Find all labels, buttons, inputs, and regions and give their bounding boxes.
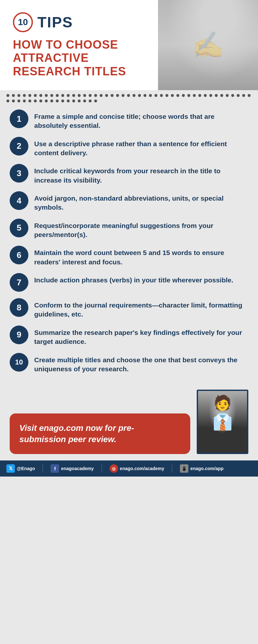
separator-dot bbox=[28, 99, 31, 102]
bottom-bar: 𝕏 @Enago f enagoacademy ◎ enago.com/acad… bbox=[0, 460, 258, 477]
twitter-item[interactable]: 𝕏 @Enago bbox=[6, 464, 35, 473]
separator-dot bbox=[67, 99, 70, 102]
separator-dot bbox=[39, 99, 42, 102]
tip-text-6: Maintain the word count between 5 and 15… bbox=[34, 246, 248, 267]
tip-number-9: 9 bbox=[10, 326, 28, 344]
tip-text-3: Include critical keywords from your rese… bbox=[34, 164, 248, 185]
separator-dot bbox=[105, 94, 108, 97]
header-left: 10 TIPS HOW TO CHOOSE ATTRACTIVE RESEARC… bbox=[0, 0, 158, 90]
tip-number-4: 4 bbox=[10, 191, 28, 210]
separator-dot bbox=[89, 99, 92, 102]
tip-number-6: 6 bbox=[10, 246, 28, 264]
tip-number-8: 8 bbox=[10, 298, 28, 317]
separator-dot bbox=[23, 99, 26, 102]
tip-item-7: 7Include action phrases (verbs) in your … bbox=[10, 273, 248, 292]
separator-dot bbox=[215, 94, 218, 97]
tip-number-5: 5 bbox=[10, 219, 28, 237]
tip-text-9: Summarize the research paper's key findi… bbox=[34, 326, 248, 346]
separator-dot bbox=[67, 94, 70, 97]
tip-item-4: 4Avoid jargon, non-standard abbreviation… bbox=[10, 191, 248, 212]
separator-dot bbox=[226, 94, 229, 97]
header-section: 10 TIPS HOW TO CHOOSE ATTRACTIVE RESEARC… bbox=[0, 0, 258, 90]
facebook-icon: f bbox=[51, 464, 59, 473]
tip-item-3: 3Include critical keywords from your res… bbox=[10, 164, 248, 185]
separator-dot bbox=[6, 99, 9, 102]
tip-item-10: 10Create multiple titles and choose the … bbox=[10, 353, 248, 374]
tip-item-2: 2Use a descriptive phrase rather than a … bbox=[10, 137, 248, 158]
separator-dot bbox=[78, 99, 81, 102]
web-item[interactable]: ◎ enago.com/academy bbox=[110, 464, 164, 473]
separator-dot bbox=[61, 94, 64, 97]
main-title-line3: RESEARCH TITLES bbox=[13, 65, 148, 78]
tip-text-2: Use a descriptive phrase rather than a s… bbox=[34, 137, 248, 158]
separator-dot bbox=[12, 99, 15, 102]
cta-person-image bbox=[197, 390, 248, 454]
circle-ten: 10 bbox=[13, 12, 33, 32]
main-title: HOW TO CHOOSE ATTRACTIVE RESEARCH TITLES bbox=[13, 38, 148, 78]
separator-dot bbox=[160, 94, 163, 97]
separator-dot bbox=[83, 99, 86, 102]
divider-3 bbox=[172, 465, 172, 472]
separator-dot bbox=[72, 94, 75, 97]
facebook-handle: enagoacademy bbox=[61, 466, 94, 471]
tip-text-8: Conform to the journal requirements—char… bbox=[34, 298, 248, 319]
tip-number-10: 10 bbox=[10, 353, 28, 372]
separator-dot bbox=[94, 94, 97, 97]
facebook-item[interactable]: f enagoacademy bbox=[51, 464, 94, 473]
separator-dot bbox=[56, 99, 59, 102]
app-item[interactable]: 📱 enago.com/app bbox=[180, 464, 223, 473]
separator-dot bbox=[6, 94, 9, 97]
separator-dot bbox=[237, 94, 240, 97]
separator-dot bbox=[242, 94, 245, 97]
separator-dot bbox=[231, 94, 234, 97]
separator-dot bbox=[78, 94, 81, 97]
separator-dot bbox=[61, 99, 64, 102]
separator-dot bbox=[45, 94, 48, 97]
separator-dot bbox=[34, 94, 37, 97]
separator-dot bbox=[56, 94, 59, 97]
dots-row bbox=[6, 94, 252, 102]
tip-item-5: 5Request/incorporate meaningful suggesti… bbox=[10, 219, 248, 240]
separator-dot bbox=[193, 94, 196, 97]
separator-dot bbox=[209, 94, 212, 97]
person-writing-image bbox=[158, 0, 258, 90]
separator-dot bbox=[28, 94, 31, 97]
tip-item-1: 1Frame a simple and concise title; choos… bbox=[10, 109, 248, 130]
divider-2 bbox=[102, 465, 102, 472]
separator-dot bbox=[220, 94, 223, 97]
app-url: enago.com/app bbox=[190, 466, 223, 471]
tip-number-1: 1 bbox=[10, 109, 28, 128]
cta-section: Visit enago.com now for pre-submission p… bbox=[0, 386, 258, 460]
tip-number-3: 3 bbox=[10, 164, 28, 183]
tip-item-8: 8Conform to the journal requirements—cha… bbox=[10, 298, 248, 319]
tip-item-6: 6Maintain the word count between 5 and 1… bbox=[10, 246, 248, 267]
separator-dot bbox=[111, 94, 114, 97]
tip-text-1: Frame a simple and concise title; choose… bbox=[34, 109, 248, 130]
separator-dot bbox=[50, 94, 53, 97]
separator-dot bbox=[34, 99, 37, 102]
twitter-icon: 𝕏 bbox=[6, 464, 15, 473]
separator-dot bbox=[149, 94, 152, 97]
dotted-separator bbox=[0, 90, 258, 106]
tips-container: 1Frame a simple and concise title; choos… bbox=[0, 106, 258, 386]
separator-dot bbox=[94, 99, 97, 102]
tip-number-2: 2 bbox=[10, 137, 28, 156]
tip-text-5: Request/incorporate meaningful suggestio… bbox=[34, 219, 248, 240]
separator-dot bbox=[248, 94, 251, 97]
separator-dot bbox=[154, 94, 157, 97]
main-title-line1: HOW TO CHOOSE bbox=[13, 38, 148, 51]
separator-dot bbox=[165, 94, 168, 97]
separator-dot bbox=[50, 99, 53, 102]
separator-dot bbox=[17, 99, 20, 102]
separator-dot bbox=[89, 94, 92, 97]
separator-dot bbox=[133, 94, 135, 97]
separator-dot bbox=[198, 94, 201, 97]
separator-dot bbox=[144, 94, 146, 97]
separator-dot bbox=[171, 94, 174, 97]
main-title-line2: ATTRACTIVE bbox=[13, 51, 148, 64]
separator-dot bbox=[176, 94, 179, 97]
separator-dot bbox=[45, 99, 48, 102]
twitter-handle: @Enago bbox=[17, 466, 35, 471]
web-icon: ◎ bbox=[110, 464, 118, 473]
person-suit-graphic bbox=[198, 391, 247, 453]
